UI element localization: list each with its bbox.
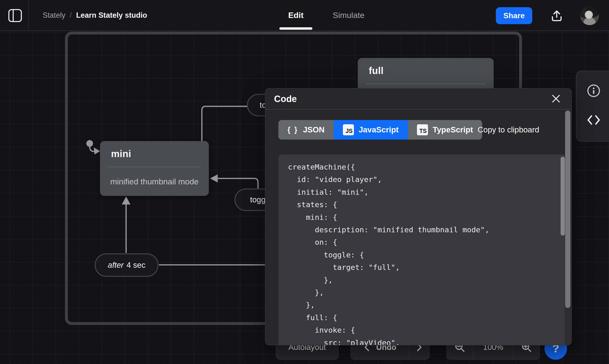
sidebar-toggle-button[interactable] [8, 9, 22, 22]
code-modal-header: Code [265, 89, 571, 109]
state-title: mini [111, 148, 131, 159]
modal-scrollbar-thumb[interactable] [565, 111, 570, 308]
tab-simulate[interactable]: Simulate [328, 0, 369, 30]
tab-json-label: JSON [303, 125, 325, 134]
breadcrumb-root[interactable]: Stately [43, 11, 66, 20]
sidebar-toggle-icon [8, 9, 22, 22]
typescript-icon: TS [417, 124, 428, 135]
node-divider [366, 84, 485, 84]
share-label: Share [503, 11, 525, 20]
after-keyword-label: after [108, 260, 124, 270]
code-panel-button[interactable] [584, 110, 604, 130]
breadcrumb: Stately / Learn Stately studio [43, 0, 147, 30]
state-node-mini[interactable]: mini minified thumbnail mode [100, 141, 209, 196]
tab-typescript-label: TypeScript [433, 125, 473, 134]
stately-studio-app: full mini minified thumbnail mode toggle… [0, 0, 609, 364]
modal-title: Code [274, 94, 297, 104]
share-button[interactable]: Share [496, 7, 532, 24]
state-description: minified thumbnail mode [100, 167, 209, 196]
event-pill-after-4-sec[interactable]: after 4 sec [95, 253, 158, 277]
canvas-side-panel [576, 71, 609, 142]
edge-toggle-mini [216, 178, 258, 189]
state-node-full-header: full [358, 58, 494, 84]
tab-json[interactable]: { } JSON [278, 120, 334, 140]
code-icon [586, 114, 601, 126]
close-icon [551, 93, 561, 104]
after-delay-label: 4 sec [127, 260, 146, 270]
breadcrumb-current[interactable]: Learn Stately studio [76, 11, 147, 20]
copy-to-clipboard-label: Copy to clipboard [478, 125, 539, 134]
modal-header-divider [265, 109, 571, 110]
code-content: createMachine({ id: "video player", init… [288, 161, 489, 345]
breadcrumb-separator: / [70, 11, 72, 20]
close-button[interactable] [551, 93, 561, 104]
code-editor[interactable]: createMachine({ id: "video player", init… [278, 155, 567, 345]
tab-edit-label: Edit [288, 11, 304, 20]
upload-icon [550, 9, 563, 23]
edge-mini-toggle [202, 106, 248, 141]
tab-edit[interactable]: Edit [279, 0, 312, 30]
state-node-mini-header: mini [100, 141, 209, 167]
avatar[interactable] [580, 6, 599, 25]
tab-typescript[interactable]: TS TypeScript [408, 120, 482, 140]
active-tab-indicator [279, 27, 312, 30]
code-scrollbar-thumb[interactable] [561, 157, 565, 236]
state-title: full [369, 65, 384, 76]
tab-javascript[interactable]: JS JavaScript [334, 120, 408, 140]
initial-state-marker [86, 140, 100, 155]
tab-simulate-label: Simulate [333, 11, 364, 20]
info-icon [587, 84, 600, 97]
code-modal: Code { } JSON JS JavaScript TS TypeScrip… [265, 88, 572, 345]
top-bar: Stately / Learn Stately studio Edit Simu… [0, 0, 609, 31]
export-button[interactable] [550, 9, 563, 23]
javascript-icon: JS [343, 124, 354, 135]
topbar-divider [28, 0, 29, 30]
copy-to-clipboard-button[interactable]: Copy to clipboard [478, 120, 539, 140]
braces-icon: { } [288, 126, 298, 134]
info-button[interactable] [584, 81, 604, 101]
language-tabs: { } JSON JS JavaScript TS TypeScript [278, 120, 482, 140]
tab-javascript-label: JavaScript [359, 125, 399, 134]
